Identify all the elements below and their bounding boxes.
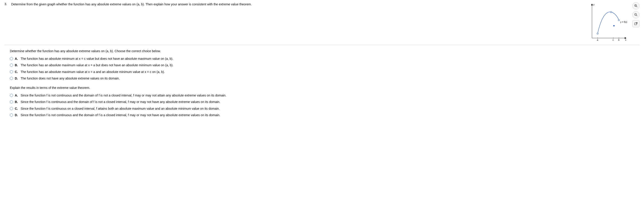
radio-1d[interactable] [10, 77, 13, 80]
choice-1d-text: The function does not have any absolute … [21, 76, 640, 81]
svg-point-10 [613, 25, 615, 26]
choice-1b-text: The function has an absolute maximum val… [21, 63, 640, 68]
part-2: Explain the results in terms of the extr… [10, 86, 640, 118]
radio-2b[interactable] [10, 100, 13, 103]
toolbar [632, 2, 640, 27]
choice-2d: D. Since the function f is not continuou… [10, 113, 640, 118]
x-axis-label: x [625, 39, 626, 41]
choice-2a-text: Since the function f is not continuous a… [21, 93, 640, 98]
zoom-in-button[interactable] [632, 2, 640, 9]
choice-2b: B. Since the function f is continuous an… [10, 100, 640, 104]
part-2-prompt: Explain the results in terms of the extr… [10, 86, 640, 90]
choice-2d-label: D. [15, 113, 19, 118]
radio-1b[interactable] [10, 64, 13, 67]
svg-point-7 [597, 33, 598, 34]
choice-1c-label: C. [15, 70, 19, 74]
choice-2b-label: B. [15, 100, 19, 104]
radio-2a[interactable] [10, 94, 13, 97]
svg-line-16 [636, 15, 637, 16]
part-1-prompt: Determine whether the function has any a… [10, 49, 640, 53]
section-divider [4, 45, 640, 45]
choice-1c-text: The function has an absolute maximum val… [21, 70, 640, 74]
function-label: y = f(x) [620, 21, 627, 23]
choice-1a: A. The function has an absolute minimum … [10, 57, 640, 61]
zoom-in-icon [634, 4, 638, 7]
choice-1a-label: A. [15, 57, 19, 61]
choice-1b: B. The function has an absolute maximum … [10, 63, 640, 68]
choice-2c-label: C. [15, 107, 19, 111]
question-number: 3. [4, 2, 9, 6]
function-graph: y x y = f(x) a c b [588, 2, 628, 42]
choice-2c-text: Since the function f is continuous on a … [21, 107, 640, 111]
tick-a: a [597, 39, 598, 41]
zoom-out-icon [634, 13, 638, 16]
svg-line-12 [636, 6, 637, 7]
choice-2a-label: A. [15, 93, 19, 98]
y-axis-label: y [593, 3, 594, 6]
choice-1d-label: D. [15, 76, 19, 81]
choice-1b-label: B. [15, 63, 19, 68]
choice-2a: A. Since the function f is not continuou… [10, 93, 640, 98]
choice-2b-text: Since the function f is continuous and t… [21, 100, 640, 104]
choice-1a-text: The function has an absolute minimum at … [21, 57, 640, 61]
choice-2d-text: Since the function f is not continuous a… [21, 113, 640, 118]
svg-point-9 [618, 19, 620, 21]
choice-2c: C. Since the function f is continuous on… [10, 107, 640, 111]
choice-1c: C. The function has an absolute maximum … [10, 70, 640, 74]
question-text: Determine from the given graph whether t… [11, 2, 583, 7]
tick-b: b [618, 39, 620, 41]
radio-2c[interactable] [10, 107, 13, 110]
part-1: Determine whether the function has any a… [10, 49, 640, 81]
open-new-window-icon [634, 22, 638, 25]
open-new-window-button[interactable] [632, 20, 640, 27]
svg-rect-18 [634, 23, 636, 25]
svg-point-8 [610, 11, 612, 13]
radio-2d[interactable] [10, 114, 13, 117]
zoom-out-button[interactable] [632, 11, 640, 18]
choice-1d: D. The function does not have any absolu… [10, 76, 640, 81]
radio-1c[interactable] [10, 70, 13, 73]
radio-1a[interactable] [10, 57, 13, 60]
svg-marker-1 [591, 3, 593, 5]
tick-c: c [612, 39, 614, 41]
